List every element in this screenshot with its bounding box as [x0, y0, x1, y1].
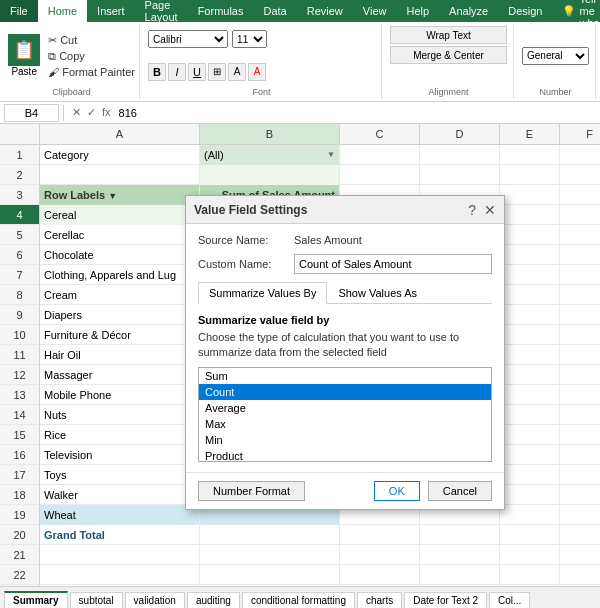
cell-f2[interactable] — [560, 165, 600, 185]
number-format-button[interactable]: Number Format — [198, 481, 305, 501]
bold-button[interactable]: B — [148, 63, 166, 81]
tab-show-values-as[interactable]: Show Values As — [327, 282, 428, 304]
cell-a12[interactable]: Massager — [40, 365, 200, 385]
cell-e1[interactable] — [500, 145, 560, 165]
cell-f7[interactable] — [560, 265, 600, 285]
cell-f12[interactable] — [560, 365, 600, 385]
tab-home[interactable]: Home — [38, 0, 87, 22]
tab-analyze[interactable]: Analyze — [439, 0, 498, 22]
font-name-select[interactable]: Calibri — [148, 30, 228, 48]
cell-a19[interactable]: Wheat — [40, 505, 200, 525]
cell-a8[interactable]: Cream — [40, 285, 200, 305]
sheet-tab-auditing[interactable]: auditing — [187, 592, 240, 608]
cell-f10[interactable] — [560, 325, 600, 345]
tab-review[interactable]: Review — [297, 0, 353, 22]
cell-a20[interactable]: Grand Total — [40, 525, 200, 545]
sheet-tab-col[interactable]: Col... — [489, 592, 530, 608]
cell-f20[interactable] — [560, 525, 600, 545]
cell-f18[interactable] — [560, 485, 600, 505]
cell-e3[interactable] — [500, 185, 560, 205]
cell-a7[interactable]: Clothing, Apparels and Lug — [40, 265, 200, 285]
tab-insert[interactable]: Insert — [87, 0, 135, 22]
cancel-button[interactable]: Cancel — [428, 481, 492, 501]
formula-input[interactable] — [119, 104, 596, 122]
cell-f4[interactable] — [560, 205, 600, 225]
cell-f3[interactable] — [560, 185, 600, 205]
cell-c2[interactable] — [340, 165, 420, 185]
cell-a22[interactable] — [40, 565, 200, 585]
cell-e19[interactable] — [500, 505, 560, 525]
ok-button[interactable]: OK — [374, 481, 420, 501]
sheet-tab-date-text[interactable]: Date for Text 2 — [404, 592, 487, 608]
dialog-help-button[interactable]: ? — [468, 203, 476, 217]
sheet-tab-charts[interactable]: charts — [357, 592, 402, 608]
cell-f15[interactable] — [560, 425, 600, 445]
cell-e16[interactable] — [500, 445, 560, 465]
wrap-text-button[interactable]: Wrap Text — [390, 26, 507, 44]
cell-e2[interactable] — [500, 165, 560, 185]
list-item-average[interactable]: Average — [199, 400, 491, 416]
format-painter-button[interactable]: 🖌 Format Painter — [46, 65, 137, 79]
cell-f11[interactable] — [560, 345, 600, 365]
cell-c1[interactable] — [340, 145, 420, 165]
number-format-select[interactable]: General — [522, 47, 589, 65]
tab-tell-me[interactable]: 💡Tell me wha... — [552, 0, 600, 22]
cell-f8[interactable] — [560, 285, 600, 305]
list-item-min[interactable]: Min — [199, 432, 491, 448]
cell-c22[interactable] — [340, 565, 420, 585]
cell-f14[interactable] — [560, 405, 600, 425]
confirm-formula-icon[interactable]: ✓ — [87, 106, 96, 119]
cell-f16[interactable] — [560, 445, 600, 465]
sheet-tab-validation[interactable]: validation — [125, 592, 185, 608]
cell-e9[interactable] — [500, 305, 560, 325]
cell-e5[interactable] — [500, 225, 560, 245]
cell-a17[interactable]: Toys — [40, 465, 200, 485]
cell-e8[interactable] — [500, 285, 560, 305]
cell-f17[interactable] — [560, 465, 600, 485]
cell-e17[interactable] — [500, 465, 560, 485]
cut-button[interactable]: ✂ Cut — [46, 33, 137, 48]
cell-b1[interactable]: (All) ▼ — [200, 145, 340, 165]
cell-f22[interactable] — [560, 565, 600, 585]
cell-d22[interactable] — [420, 565, 500, 585]
tab-summarize-values[interactable]: Summarize Values By — [198, 282, 327, 304]
cell-d2[interactable] — [420, 165, 500, 185]
insert-function-icon[interactable]: fx — [102, 106, 111, 119]
cell-d20[interactable] — [420, 525, 500, 545]
cell-e13[interactable] — [500, 385, 560, 405]
cell-a5[interactable]: Cerellac — [40, 225, 200, 245]
tab-help[interactable]: Help — [396, 0, 439, 22]
cell-e18[interactable] — [500, 485, 560, 505]
cell-f6[interactable] — [560, 245, 600, 265]
cell-a14[interactable]: Nuts — [40, 405, 200, 425]
italic-button[interactable]: I — [168, 63, 186, 81]
cell-f13[interactable] — [560, 385, 600, 405]
cell-e15[interactable] — [500, 425, 560, 445]
cell-e12[interactable] — [500, 365, 560, 385]
cell-b21[interactable] — [200, 545, 340, 565]
cell-c21[interactable] — [340, 545, 420, 565]
cell-reference-box[interactable] — [4, 104, 59, 122]
cell-a21[interactable] — [40, 545, 200, 565]
copy-button[interactable]: ⧉ Copy — [46, 49, 137, 64]
cell-a16[interactable]: Television — [40, 445, 200, 465]
cell-f5[interactable] — [560, 225, 600, 245]
merge-center-button[interactable]: Merge & Center — [390, 46, 507, 64]
cell-f19[interactable] — [560, 505, 600, 525]
tab-design[interactable]: Design — [498, 0, 552, 22]
cell-e22[interactable] — [500, 565, 560, 585]
cell-a6[interactable]: Chocolate — [40, 245, 200, 265]
cell-d1[interactable] — [420, 145, 500, 165]
fill-color-button[interactable]: A — [228, 63, 246, 81]
dialog-close-button[interactable]: ✕ — [484, 203, 496, 217]
cell-a10[interactable]: Furniture & Décor — [40, 325, 200, 345]
cell-a18[interactable]: Walker — [40, 485, 200, 505]
cell-b2[interactable] — [200, 165, 340, 185]
cell-a9[interactable]: Diapers — [40, 305, 200, 325]
cell-a11[interactable]: Hair Oil — [40, 345, 200, 365]
border-button[interactable]: ⊞ — [208, 63, 226, 81]
cell-e20[interactable] — [500, 525, 560, 545]
calculation-type-list[interactable]: Sum Count Average Max Min Product — [198, 367, 492, 462]
sheet-tab-subtotal[interactable]: subtotal — [70, 592, 123, 608]
cell-b20[interactable] — [200, 525, 340, 545]
